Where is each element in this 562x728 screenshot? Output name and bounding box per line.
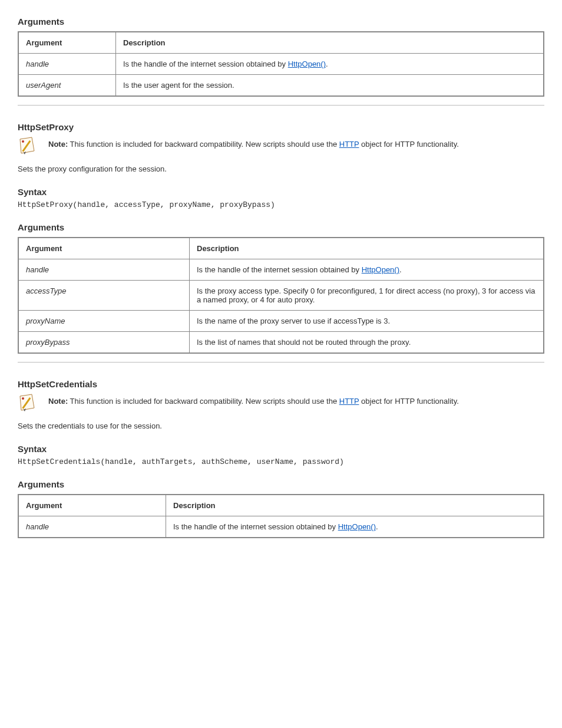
arg-desc-pre: Is the handle of the internet session ob… [173,522,338,531]
table-row: userAgent Is the user agent for the sess… [18,75,544,97]
note-block: Note: This function is included for back… [18,393,544,413]
table-row: accessType Is the proxy access type. Spe… [18,280,544,310]
table-row: proxyName Is the name of the proxy serve… [18,310,544,331]
fn1-desc-header: Description [116,32,544,54]
note-trail: object for HTTP functionality. [359,397,458,406]
arg-name: handle [26,60,49,68]
fn3-desc-header: Description [166,495,544,516]
fn3-arguments-heading: Arguments [18,479,544,489]
fn2-arg-header: Argument [18,238,190,259]
table-row: handle Is the handle of the internet ses… [18,54,544,75]
arg-desc-post: . [326,60,328,68]
note-icon [18,137,38,156]
fn2-syntax: HttpSetProxy(handle, accessType, proxyNa… [18,200,544,209]
fn2-desc-header: Description [190,238,544,259]
fn2-arguments-table: Argument Description handle Is the handl… [18,237,544,354]
table-row: handle Is the handle of the internet ses… [18,259,544,280]
httpopen-link[interactable]: HttpOpen() [338,522,376,531]
fn3-description: Sets the credentials to use for the sess… [18,421,544,432]
arg-name: userAgent [26,81,61,90]
fn3-syntax: HttpSetCredentials(handle, authTargets, … [18,457,544,466]
arg-name: handle [26,522,49,531]
arg-desc-pre: Is the handle of the internet session ob… [197,265,362,274]
note-text: Note: This function is included for back… [48,393,544,407]
httpsetproxy-heading: HttpSetProxy [18,122,544,132]
arg-name: accessType [26,286,66,295]
fn1-arg-header: Argument [18,32,116,54]
table-row: proxyBypass Is the list of names that sh… [18,331,544,353]
note-body: This function is included for backward c… [70,140,339,149]
fn3-arg-header: Argument [18,495,166,516]
fn3-arguments-table: Argument Description handle Is the handl… [18,494,544,538]
arg-name: proxyName [26,317,65,325]
note-text: Note: This function is included for back… [48,136,544,150]
note-lead: Note: [48,140,68,149]
fn1-arguments-label: Arguments [18,17,544,27]
svg-point-1 [22,140,24,143]
note-block: Note: This function is included for back… [18,136,544,156]
fn2-description: Sets the proxy configuration for the ses… [18,164,544,175]
arg-desc: Is the proxy access type. Specify 0 for … [197,286,535,304]
httpopen-link[interactable]: HttpOpen() [288,60,326,68]
fn1-arguments-table: Argument Description handle Is the handl… [18,31,544,97]
arg-desc-post: . [376,522,378,531]
note-body: This function is included for backward c… [70,397,339,406]
note-lead: Note: [48,397,68,406]
arg-desc-post: . [399,265,402,274]
arg-desc-pre: Is the handle of the internet session ob… [123,60,288,68]
fn2-syntax-heading: Syntax [18,187,544,197]
arg-name: handle [26,265,49,274]
httpsetcredentials-heading: HttpSetCredentials [18,379,544,389]
note-icon [18,394,38,413]
fn3-syntax-heading: Syntax [18,444,544,454]
arg-desc: Is the name of the proxy server to use i… [197,317,390,325]
fn2-arguments-heading: Arguments [18,222,544,232]
arg-name: proxyBypass [26,338,70,347]
arg-desc: Is the user agent for the session. [123,81,234,90]
arg-desc: Is the list of names that should not be … [197,338,411,347]
http-object-link[interactable]: HTTP [339,140,359,149]
section-divider [18,362,544,363]
table-row: handle Is the handle of the internet ses… [18,516,544,538]
httpopen-link[interactable]: HttpOpen() [362,265,399,274]
svg-point-5 [22,397,24,400]
section-divider [18,105,544,106]
http-object-link[interactable]: HTTP [339,397,359,406]
note-trail: object for HTTP functionality. [359,140,458,149]
